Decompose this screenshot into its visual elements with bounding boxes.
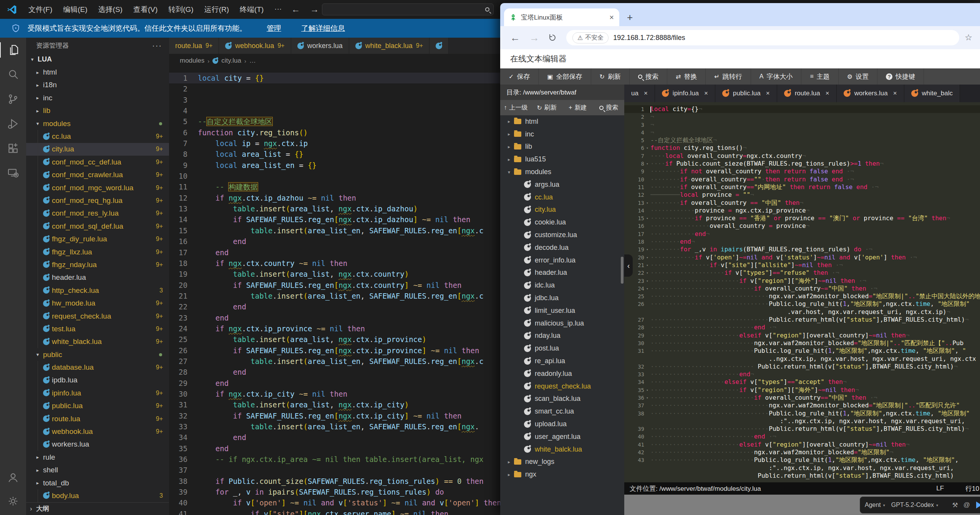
- bt-editor-tab[interactable]: route.lua×: [777, 85, 837, 102]
- editor-tab[interactable]: white_black.lua9+: [349, 38, 429, 54]
- cursor-position[interactable]: 行10: [965, 484, 979, 493]
- tree-file[interactable]: limit_user.lua: [500, 304, 624, 317]
- banner-learn-more-link[interactable]: 了解详细信息: [301, 23, 345, 33]
- tree-folder[interactable]: ▾modules: [26, 117, 169, 130]
- tree-file[interactable]: header.lua: [500, 267, 624, 279]
- tree-file[interactable]: white_black.lua9+: [26, 336, 169, 348]
- tab-close-icon[interactable]: ×: [893, 90, 897, 97]
- tree-file[interactable]: city.lua: [500, 204, 624, 216]
- tree-file[interactable]: conf_mod_res_ly.lua9+: [26, 207, 169, 220]
- editor-tab[interactable]: route.lua9+: [169, 38, 219, 54]
- bt-editor-tab[interactable]: workers.lua×: [837, 85, 904, 102]
- tab-close-icon[interactable]: ×: [826, 90, 829, 97]
- replace-button[interactable]: ⇄替换: [667, 68, 706, 85]
- tree-folder[interactable]: ▾public: [26, 348, 169, 361]
- tree-folder[interactable]: ▸lib: [26, 105, 169, 117]
- bt-editor-tab[interactable]: ua×: [624, 85, 655, 102]
- tree-file[interactable]: white_balck.lua: [500, 443, 624, 456]
- nav-back-icon[interactable]: ←: [291, 4, 300, 15]
- refresh-button[interactable]: ↻刷新: [591, 68, 630, 85]
- search-icon[interactable]: [0, 62, 26, 87]
- extensions-icon[interactable]: [0, 136, 26, 161]
- tree-file[interactable]: decode.lua: [500, 241, 624, 254]
- tree-file[interactable]: conf_mod_crawler.lua9+: [26, 169, 169, 181]
- tree-file[interactable]: cc.lua9+: [26, 130, 169, 143]
- tree-file[interactable]: fhgz_nday.lua9+: [26, 258, 169, 271]
- menu-item[interactable]: 编辑(E): [58, 5, 93, 15]
- tree-file[interactable]: idc.lua: [500, 279, 624, 292]
- run-debug-icon[interactable]: [0, 111, 26, 136]
- new-tab-icon[interactable]: +: [627, 12, 633, 23]
- tree-folder[interactable]: ▾LUA: [26, 53, 169, 66]
- tree-file[interactable]: jdbc.lua: [500, 292, 624, 304]
- tools-icon[interactable]: ⚒: [952, 501, 958, 509]
- browser-tab[interactable]: 宝塔Linux面板 ×: [504, 8, 619, 26]
- tree-scrollbar[interactable]: [621, 257, 623, 284]
- tree-file[interactable]: body.lua3: [26, 489, 169, 502]
- tree-file[interactable]: request_check.lua9+: [26, 310, 169, 322]
- tree-file[interactable]: workers.lua: [26, 438, 169, 451]
- menu-item[interactable]: 选择(S): [93, 5, 128, 15]
- tree-file[interactable]: test.lua9+: [26, 322, 169, 335]
- tab-close-icon[interactable]: ×: [609, 13, 614, 22]
- bt-editor-tab[interactable]: ipinfo.lua×: [655, 85, 715, 102]
- menu-item[interactable]: 查看(V): [128, 5, 163, 15]
- tree-file[interactable]: webhook.lua9+: [26, 425, 169, 438]
- address-bar[interactable]: ⚠ 不安全 192.168.1.72:8888/files: [566, 30, 959, 45]
- tree-file[interactable]: malicious_ip.lua: [500, 317, 624, 330]
- tree-file[interactable]: http_check.lua3: [26, 284, 169, 297]
- tree-file[interactable]: re_api.lua: [500, 355, 624, 367]
- saveall-button[interactable]: ▣全部保存: [539, 68, 591, 85]
- tab-close-icon[interactable]: ×: [766, 90, 770, 97]
- tree-file[interactable]: upload.lua: [500, 418, 624, 430]
- tree-folder[interactable]: ▸html: [500, 115, 624, 128]
- tree-file[interactable]: cookie.lua: [500, 216, 624, 229]
- tree-file[interactable]: city.lua9+: [26, 143, 169, 156]
- bt-editor-tab[interactable]: white_balc: [904, 85, 960, 102]
- theme-button[interactable]: ≡主题: [801, 68, 838, 85]
- tree-file[interactable]: public.lua9+: [26, 400, 169, 412]
- tree-file[interactable]: ipdb.lua: [26, 374, 169, 387]
- tree-file[interactable]: args.lua: [500, 178, 624, 191]
- tree-file[interactable]: conf_mod_req_hg.lua9+: [26, 194, 169, 207]
- tree-file[interactable]: conf_mod_cc_def.lua9+: [26, 156, 169, 168]
- tree-collapse-handle[interactable]: ‹: [624, 254, 633, 277]
- tree-folder[interactable]: ▾modules: [500, 166, 624, 178]
- tree-file[interactable]: nday.lua: [500, 330, 624, 342]
- tree-file[interactable]: ipinfo.lua9+: [26, 387, 169, 399]
- editor-tab[interactable]: webhook.lua9+: [219, 38, 291, 54]
- remote-explorer-icon[interactable]: [0, 161, 26, 185]
- tree-folder[interactable]: ▸i18n: [26, 79, 169, 91]
- outline-section[interactable]: › 大纲: [26, 502, 169, 515]
- menu-item[interactable]: 终端(T): [234, 5, 269, 15]
- search-button[interactable]: 搜索: [593, 104, 624, 112]
- tree-file[interactable]: scan_black.lua: [500, 393, 624, 405]
- eol-indicator[interactable]: LF: [936, 485, 944, 492]
- menu-item[interactable]: 运行(R): [199, 5, 234, 15]
- tree-folder[interactable]: ▸new_logs: [500, 456, 624, 468]
- tree-file[interactable]: cc.lua: [500, 191, 624, 204]
- tree-folder[interactable]: ▸rule: [26, 451, 169, 464]
- model-select[interactable]: GPT-5.2-Codex: [891, 502, 934, 508]
- bt-code-area[interactable]: 1local city={}¬2¬3¬4¬5--自定义拦截全球地区¬6▾func…: [624, 102, 980, 515]
- tree-file[interactable]: user_agent.lua: [500, 430, 624, 443]
- save-button[interactable]: ✓保存: [500, 68, 539, 85]
- tree-file[interactable]: fhgz_llxz.lua9+: [26, 246, 169, 258]
- agent-mode-select[interactable]: Agent: [865, 502, 881, 508]
- agent-input-bar[interactable]: Agent ▾ GPT-5.2-Codex ▾ ⚒ @: [860, 497, 980, 513]
- banner-manage-link[interactable]: 管理: [267, 23, 281, 33]
- send-icon[interactable]: [976, 502, 980, 508]
- menu-item[interactable]: 文件(F): [23, 5, 58, 15]
- tree-file[interactable]: request_check.lua: [500, 380, 624, 393]
- explorer-icon[interactable]: [0, 38, 26, 62]
- goto-button[interactable]: ↵跳转行: [706, 68, 751, 85]
- refresh-button[interactable]: ↻刷新: [531, 104, 562, 112]
- menu-item[interactable]: 转到(G): [163, 5, 199, 15]
- tree-file[interactable]: hw_mode.lua9+: [26, 297, 169, 309]
- nav-forward-icon[interactable]: →: [310, 4, 319, 15]
- tree-folder[interactable]: ▸html: [26, 66, 169, 78]
- tree-folder[interactable]: ▸total_db: [26, 477, 169, 489]
- attach-icon[interactable]: @: [963, 501, 970, 509]
- tree-file[interactable]: post.lua: [500, 342, 624, 355]
- browser-back-icon[interactable]: ←: [510, 32, 520, 44]
